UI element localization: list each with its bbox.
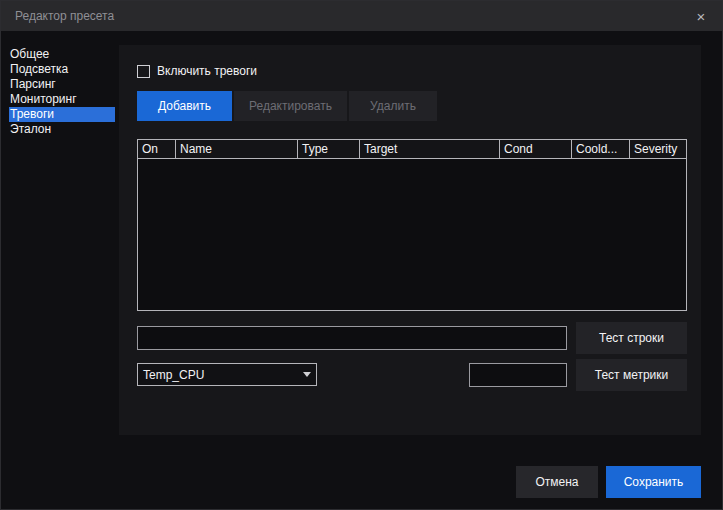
test-string-input[interactable] [137,326,567,350]
test-string-button[interactable]: Тест строки [576,322,687,354]
preset-editor-dialog: Редактор пресета × Общее Подсветка Парси… [0,0,723,510]
column-header-type[interactable]: Type [298,140,360,158]
edit-button[interactable]: Редактировать [234,91,347,121]
column-header-cooldown[interactable]: Coold... [572,140,630,158]
column-header-name[interactable]: Name [176,140,298,158]
sidebar-item-general[interactable]: Общее [9,47,115,62]
metric-combobox-value: Temp_CPU [138,368,298,382]
metric-combobox[interactable]: Temp_CPU [137,363,317,386]
delete-button[interactable]: Удалить [349,91,437,121]
window-title: Редактор пресета [1,9,114,23]
enable-alarms-row: Включить тревоги [137,64,257,78]
sidebar: Общее Подсветка Парсинг Мониторинг Трево… [9,47,115,137]
sidebar-item-parsing[interactable]: Парсинг [9,77,115,92]
alarms-panel: Включить тревоги Добавить Редактировать … [119,45,701,435]
add-button[interactable]: Добавить [137,91,232,121]
alarms-table: On Name Type Target Cond Coold... Severi… [137,139,687,311]
close-icon[interactable]: × [688,4,714,28]
test-metric-button[interactable]: Тест метрики [576,359,687,391]
enable-alarms-checkbox[interactable] [137,65,150,78]
column-header-cond[interactable]: Cond [500,140,572,158]
title-bar: Редактор пресета × [1,1,722,31]
alarms-toolbar: Добавить Редактировать Удалить [137,91,437,121]
alarms-table-body[interactable] [138,159,686,310]
sidebar-item-backlight[interactable]: Подсветка [9,62,115,77]
cancel-button[interactable]: Отмена [516,466,598,498]
column-header-on[interactable]: On [138,140,176,158]
column-header-target[interactable]: Target [360,140,500,158]
sidebar-item-alarms[interactable]: Тревоги [9,107,115,122]
sidebar-item-etalon[interactable]: Эталон [9,122,115,137]
chevron-down-icon [298,372,316,377]
save-button[interactable]: Сохранить [606,466,701,498]
test-metric-input[interactable] [469,363,567,387]
column-header-severity[interactable]: Severity [630,140,686,158]
enable-alarms-label: Включить тревоги [157,64,257,78]
alarms-table-header: On Name Type Target Cond Coold... Severi… [138,140,686,159]
sidebar-item-monitoring[interactable]: Мониторинг [9,92,115,107]
